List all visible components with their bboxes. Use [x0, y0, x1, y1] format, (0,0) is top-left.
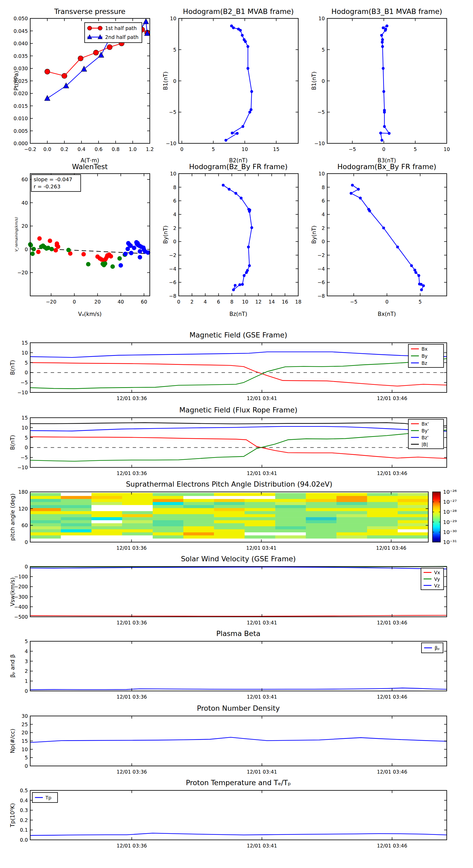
- ylabel-plasma-beta: βₚ and β: [9, 654, 16, 678]
- x-tick-label: 12/01 03:36: [117, 470, 147, 476]
- x-tick-label: 12/01 03:46: [377, 470, 407, 476]
- heatmap-cell: [92, 511, 122, 514]
- heatmap-cell: [398, 532, 428, 535]
- heatmap-cell: [398, 493, 428, 496]
- y-tick-label: 10: [22, 425, 28, 431]
- hodogram-b3b1-point: [383, 125, 386, 128]
- heatmap-cell: [275, 532, 306, 535]
- y-tick-label: 10: [170, 16, 176, 21]
- title-proton-density: Proton Number Density: [197, 704, 280, 712]
- heatmap-cell: [183, 529, 214, 532]
- x-tick-label: 12/01 03:46: [377, 694, 407, 700]
- y-tick-label: 20: [22, 730, 28, 736]
- heatmap-cell: [214, 499, 245, 502]
- hodogram-b3b1-point: [383, 111, 386, 114]
- walen-test-point: [81, 252, 86, 256]
- colorbar-label: 10⁻²⁶: [443, 489, 457, 495]
- heatmap-cell: [153, 499, 183, 502]
- hodogram-b3b1-point: [381, 41, 384, 44]
- heatmap-cell: [61, 499, 92, 502]
- heatmap-cell: [398, 508, 428, 511]
- mf-fr-series-By': [30, 430, 447, 461]
- y-tick-label: 0.015: [14, 103, 28, 109]
- y-tick-label: 0: [25, 763, 28, 769]
- heatmap-cell: [153, 505, 183, 508]
- heatmap-cell: [214, 502, 245, 505]
- heatmap-cell: [214, 520, 245, 523]
- heatmap-cell: [183, 526, 214, 529]
- x-tick-label: 0.6: [95, 146, 102, 152]
- x-tick-label: 4: [204, 299, 207, 305]
- heatmap-cell: [245, 502, 275, 505]
- colorbar-label: 10⁻²⁸: [443, 509, 457, 515]
- heatmap-cell: [245, 493, 275, 496]
- y-tick-label: 0: [25, 444, 28, 450]
- heatmap-cell: [275, 517, 306, 520]
- heatmap-cell: [275, 529, 306, 532]
- x-tick-label: 12: [255, 299, 262, 305]
- heatmap-cell: [245, 523, 275, 526]
- hodogram-b2b1-point: [244, 40, 247, 43]
- heatmap-cell: [153, 502, 183, 505]
- legend-label: 2nd half path: [105, 34, 138, 40]
- heatmap-cell: [306, 523, 337, 526]
- y-tick-label: 0: [25, 370, 28, 375]
- transverse-pressure-point: [98, 52, 104, 57]
- heatmap-cell: [214, 535, 245, 538]
- x-tick-label: 12/01 03:41: [247, 769, 277, 775]
- transverse-pressure-point: [62, 73, 67, 79]
- heatmap-cell: [92, 502, 122, 505]
- heatmap-cell: [92, 523, 122, 526]
- legend-label: βₚ: [435, 645, 440, 651]
- y-tick-label: 0: [25, 246, 28, 252]
- heatmap-cell: [30, 496, 61, 499]
- heatmap-cell: [306, 508, 337, 511]
- heatmap-cell: [275, 496, 306, 499]
- x-tick-label: 2: [191, 299, 194, 305]
- y-tick-label: −5: [317, 109, 325, 115]
- heatmap-cell: [214, 526, 245, 529]
- xlabel-hodogram-b2b1: B2(nT): [229, 157, 247, 164]
- y-tick-label: 60: [22, 522, 28, 528]
- y-tick-label: 0.1: [20, 827, 28, 833]
- title-walen-test: WalenTest: [72, 162, 108, 171]
- heatmap-cell: [275, 526, 306, 529]
- walen-test-point: [138, 249, 142, 254]
- legend-label: Bz': [421, 435, 429, 440]
- heatmap-cell: [306, 502, 337, 505]
- ylabel-proton-temperature: Tp(10⁵K): [9, 803, 16, 827]
- heatmap-cell: [214, 496, 245, 499]
- y-tick-label: −4: [169, 266, 176, 272]
- title-hodogram-b2b1: Hodogram(B2_B1 MVAB frame): [183, 7, 294, 16]
- heatmap-cell: [398, 523, 428, 526]
- heatmap-cell: [398, 517, 428, 520]
- heatmap-cell: [122, 535, 153, 538]
- x-tick-label: 12/01 03:46: [376, 545, 407, 551]
- hodogram-bzby-point: [234, 284, 236, 287]
- heatmap-cell: [30, 511, 61, 514]
- hodogram-bzby-point: [250, 226, 253, 229]
- y-tick-label: 15: [22, 340, 28, 346]
- hodogram-b2b1-point: [241, 125, 244, 128]
- hodogram-bxby-point: [410, 265, 413, 267]
- scientific-figure: −0.20.00.20.40.60.81.01.20.0000.0050.010…: [0, 0, 473, 868]
- heatmap-cell: [336, 532, 367, 535]
- y-tick-label: −5: [169, 109, 176, 115]
- solar-wind-velocity-series-Vx: [30, 615, 447, 616]
- hodogram-bxby-point: [351, 184, 354, 186]
- heatmap-cell: [153, 517, 183, 520]
- heatmap-cell: [275, 514, 306, 517]
- walen-test-point: [36, 250, 40, 254]
- x-tick-label: 6: [217, 299, 220, 305]
- transverse-pressure-point: [81, 66, 87, 71]
- hodogram-bxby-point: [357, 188, 360, 191]
- y-tick-label: 20: [22, 223, 28, 229]
- walen-test-point: [110, 265, 115, 269]
- ylabel-hodogram-bxby: By(nT): [311, 225, 317, 244]
- heatmap-cell: [398, 526, 428, 529]
- heatmap-cell: [398, 529, 428, 532]
- x-tick-label: 10: [241, 146, 248, 152]
- heatmap-cell: [30, 493, 61, 496]
- heatmap-cell: [30, 517, 61, 520]
- heatmap-cell: [122, 499, 153, 502]
